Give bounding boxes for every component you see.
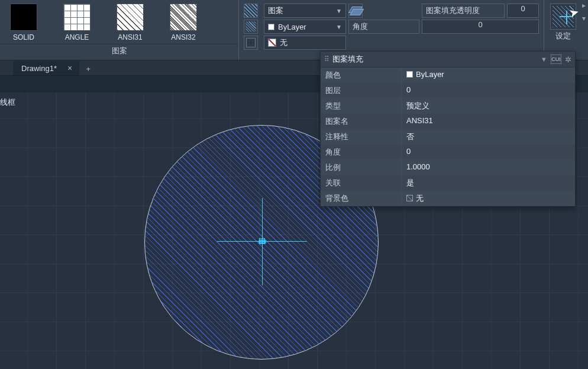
prop-row-background[interactable]: 背景色 无 [321, 191, 575, 206]
prop-value[interactable]: 无 [401, 191, 575, 206]
prop-value[interactable]: 预定义 [401, 98, 575, 114]
options-icon: ➤ [550, 4, 576, 30]
prop-row-angle[interactable]: 角度 0 [321, 145, 575, 160]
pattern-swatch-ansi32[interactable]: ANSI32 [166, 4, 201, 41]
angle-label: 角度 [348, 20, 419, 34]
visual-style-label[interactable]: 线框 [0, 97, 15, 108]
palette-titlebar[interactable]: ⠿ 图案填充 ▼ CUI ✲ [321, 52, 575, 68]
transparency-value[interactable]: 0 [507, 4, 539, 18]
quick-properties-palette[interactable]: ⠿ 图案填充 ▼ CUI ✲ 颜色 ByLayer 图层 0 类型 预定义 图案… [320, 51, 576, 207]
prop-key: 注释性 [321, 129, 401, 145]
pattern-swatch-angle[interactable]: ANGLE [59, 4, 95, 41]
options-button[interactable]: ➤ 设定 [544, 0, 582, 44]
swatch-label: ANGLE [65, 33, 89, 41]
hatch-type-dropdown[interactable]: 图案 ▼ [264, 4, 346, 18]
palette-options-icon[interactable]: ✲ [565, 55, 571, 64]
color-chip-icon [268, 24, 274, 30]
prop-key: 角度 [321, 145, 401, 160]
expand-panel-icon[interactable]: ▸ [582, 1, 586, 9]
file-tab-drawing1[interactable]: Drawing1* × [13, 61, 79, 75]
swatch-label: SOLID [13, 33, 34, 41]
layers-icon[interactable] [348, 4, 363, 18]
swatch-thumb-angle [63, 4, 91, 31]
prop-row-associative[interactable]: 关联 是 [321, 175, 575, 191]
palette-grip-icon[interactable]: ⠿ [324, 55, 329, 63]
panel-title-patterns: 图案 [0, 44, 238, 60]
panel-patterns: SOLID ANGLE ANSI31 ANSI32 图案 [0, 0, 239, 60]
angle-value[interactable]: 0 [422, 20, 539, 34]
prop-value[interactable]: ByLayer [401, 68, 575, 83]
hatch-color-icon[interactable] [244, 20, 258, 34]
prop-row-annotative[interactable]: 注释性 否 [321, 129, 575, 145]
customize-button[interactable]: CUI [551, 54, 561, 64]
prop-value[interactable]: 0 [401, 145, 575, 160]
prop-value[interactable]: ANSI31 [401, 114, 575, 129]
prop-key: 颜色 [321, 68, 401, 83]
chevron-down-icon: ▼ [336, 8, 342, 14]
chevron-down-icon[interactable]: ▼ [541, 56, 547, 63]
prop-row-layer[interactable]: 图层 0 [321, 83, 575, 98]
hatch-type-icon[interactable] [244, 4, 258, 18]
prop-row-color[interactable]: 颜色 ByLayer [321, 68, 575, 83]
swatch-thumb-solid [10, 4, 37, 31]
options-label: 设定 [555, 31, 571, 41]
prop-key: 图案名 [321, 114, 401, 129]
prop-key: 图层 [321, 83, 401, 98]
swatch-thumb-ansi32 [170, 4, 197, 31]
prop-value[interactable]: 1.0000 [401, 160, 575, 175]
pattern-swatch-ansi31[interactable]: ANSI31 [112, 4, 148, 41]
hatch-color-value: ByLayer [278, 23, 306, 31]
hatch-bg-dropdown[interactable]: 无 [264, 36, 346, 50]
swatch-label: ANSI32 [171, 33, 195, 41]
transparency-label: 图案填充透明度 [422, 4, 505, 18]
prop-key: 比例 [321, 160, 401, 175]
close-icon[interactable]: × [67, 63, 72, 73]
swatch-thumb-ansi31 [117, 4, 144, 31]
none-chip-icon [268, 38, 276, 47]
ribbon-side-controls: ▸ ▾ [582, 0, 588, 60]
file-tab-label: Drawing1* [21, 64, 57, 73]
pattern-gallery: SOLID ANGLE ANSI31 ANSI32 [0, 0, 238, 44]
hatch-type-value: 图案 [268, 5, 283, 16]
prop-value[interactable]: 否 [401, 129, 575, 145]
prop-value[interactable]: 0 [401, 83, 575, 98]
hatch-color-dropdown[interactable]: ByLayer ▼ [264, 20, 346, 34]
swatch-label: ANSI31 [118, 33, 142, 41]
prop-row-type[interactable]: 类型 预定义 [321, 98, 575, 114]
prop-row-pattern[interactable]: 图案名 ANSI31 [321, 114, 575, 129]
palette-title: 图案填充 [332, 54, 363, 65]
new-tab-button[interactable]: + [82, 65, 95, 75]
prop-key: 关联 [321, 175, 401, 191]
prop-key: 类型 [321, 98, 401, 114]
hatch-bg-icon[interactable] [244, 36, 258, 50]
panel-menu-icon[interactable]: ▾ [582, 14, 586, 23]
prop-row-scale[interactable]: 比例 1.0000 [321, 160, 575, 175]
crosshair-pickbox [259, 238, 265, 244]
hatch-bg-value: 无 [280, 37, 287, 48]
pattern-swatch-solid[interactable]: SOLID [6, 4, 41, 41]
chevron-down-icon: ▼ [336, 24, 342, 30]
prop-key: 背景色 [321, 191, 401, 206]
prop-value[interactable]: 是 [401, 175, 575, 191]
